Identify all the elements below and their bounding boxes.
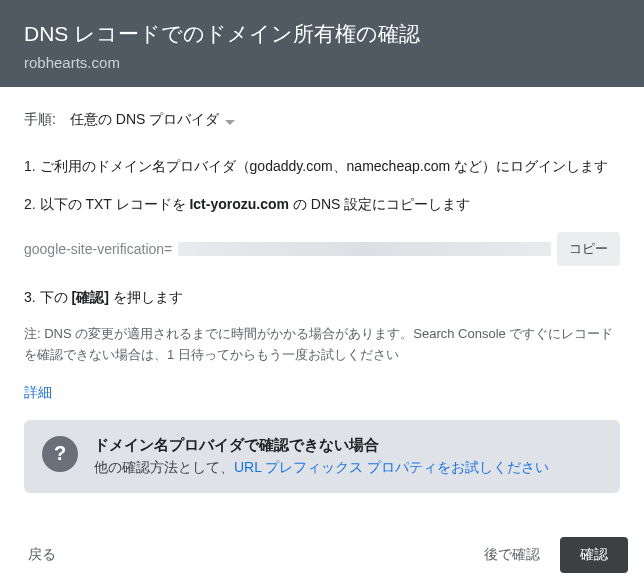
dialog-content: 手順: 任意の DNS プロバイダ 1. ご利用のドメイン名プロバイダ（goda… (0, 87, 644, 517)
confirm-button[interactable]: 確認 (560, 537, 628, 573)
token-value-obscured[interactable] (178, 242, 551, 256)
alternative-box: ? ドメイン名プロバイダで確認できない場合 他の確認方法として、URL プレフィ… (24, 420, 620, 493)
note-text: 注: DNS の変更が適用されるまでに時間がかかる場合があります。Search … (24, 324, 620, 366)
back-button[interactable]: 戻る (16, 538, 68, 572)
steps-list: 1. ご利用のドメイン名プロバイダ（godaddy.com、namecheap.… (24, 155, 620, 216)
help-icon: ? (42, 436, 78, 472)
url-prefix-link[interactable]: URL プレフィックス プロパティをお試しください (234, 459, 549, 475)
domain-name: robhearts.com (24, 54, 620, 71)
dialog-footer: 戻る 後で確認 確認 (0, 525, 644, 585)
dialog-header: DNS レコードでのドメイン所有権の確認 robhearts.com (0, 0, 644, 87)
provider-select[interactable]: 任意の DNS プロバイダ (70, 111, 235, 129)
step-2: 2. 以下の TXT レコードを Ict-yorozu.com の DNS 設定… (24, 193, 620, 215)
token-prefix: google-site-verification= (24, 241, 172, 257)
step-3: 3. 下の [確認] を押します (24, 286, 620, 308)
alt-body: 他の確認方法として、URL プレフィックス プロパティをお試しください (94, 459, 549, 477)
provider-selected: 任意の DNS プロバイダ (70, 111, 219, 129)
alt-text: ドメイン名プロバイダで確認できない場合 他の確認方法として、URL プレフィック… (94, 436, 549, 477)
dialog-title: DNS レコードでのドメイン所有権の確認 (24, 20, 620, 48)
step-1: 1. ご利用のドメイン名プロバイダ（godaddy.com、namecheap.… (24, 155, 620, 177)
chevron-down-icon (225, 112, 235, 128)
copy-button[interactable]: コピー (557, 232, 620, 266)
steps-list-2: 3. 下の [確認] を押します (24, 286, 620, 308)
alt-title: ドメイン名プロバイダで確認できない場合 (94, 436, 549, 455)
provider-label: 手順: (24, 111, 56, 129)
later-button[interactable]: 後で確認 (472, 537, 552, 573)
provider-row: 手順: 任意の DNS プロバイダ (24, 111, 620, 129)
details-link[interactable]: 詳細 (24, 384, 52, 402)
verification-token-row: google-site-verification= コピー (24, 232, 620, 266)
